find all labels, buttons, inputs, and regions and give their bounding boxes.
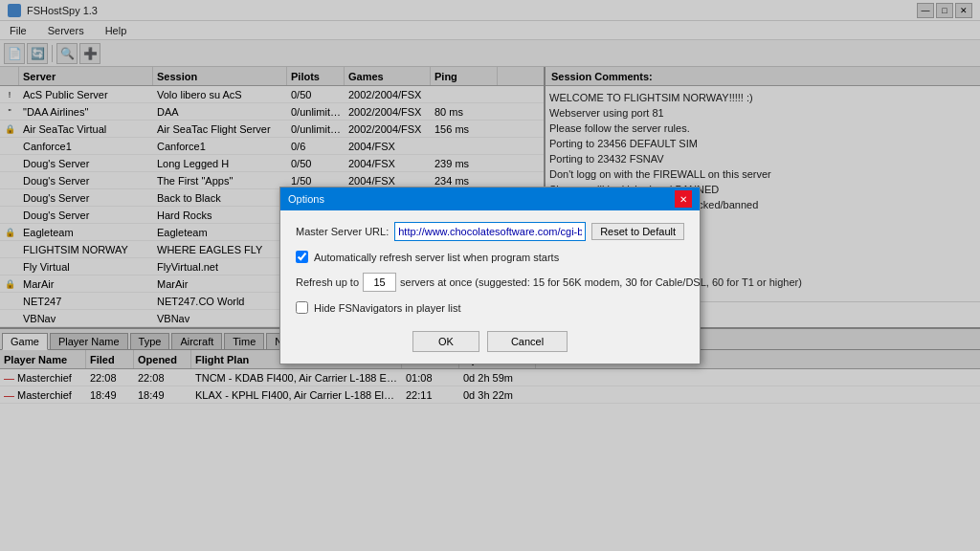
master-server-input[interactable]: [394, 222, 586, 241]
dialog-title-bar: Options ✕: [280, 187, 700, 210]
auto-refresh-checkbox[interactable]: [296, 251, 308, 263]
reset-default-button[interactable]: Reset to Default: [591, 223, 684, 240]
refresh-up-label: Refresh up to: [296, 276, 359, 288]
master-server-row: Master Server URL: Reset to Default: [296, 222, 684, 241]
dialog-close-button[interactable]: ✕: [675, 190, 692, 208]
dialog-title: Options: [288, 193, 324, 205]
cancel-button[interactable]: Cancel: [487, 331, 568, 352]
master-server-label: Master Server URL:: [296, 226, 389, 237]
dialog-overlay: Options ✕ Master Server URL: Reset to De…: [0, 0, 980, 551]
hide-label: Hide FSNavigators in player list: [314, 302, 460, 314]
ok-button[interactable]: OK: [412, 331, 479, 352]
dialog-buttons: OK Cancel: [296, 327, 684, 352]
hide-fsnavigators-row: Hide FSNavigators in player list: [296, 301, 684, 314]
dialog-body: Master Server URL: Reset to Default Auto…: [280, 210, 700, 364]
auto-refresh-row: Automatically refresh server list when p…: [296, 251, 684, 263]
refresh-suffix: servers at once (suggested: 15 for 56K m…: [400, 276, 802, 288]
auto-refresh-label: Automatically refresh server list when p…: [314, 252, 559, 263]
hide-fsnavigators-checkbox[interactable]: [296, 301, 308, 314]
refresh-number-input[interactable]: [363, 273, 396, 292]
refresh-count-row: Refresh up to servers at once (suggested…: [296, 273, 684, 292]
options-dialog: Options ✕ Master Server URL: Reset to De…: [279, 187, 701, 364]
